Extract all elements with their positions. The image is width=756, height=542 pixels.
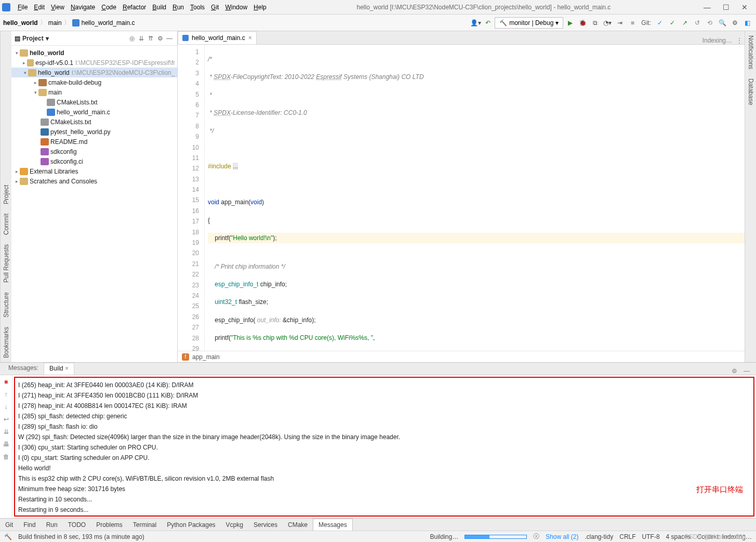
coverage-icon[interactable]: ⧉ (589, 17, 601, 29)
left-tab-pull-requests[interactable]: Pull Requests (2, 242, 11, 285)
tree-item[interactable]: pytest_hello_world.py (50, 128, 110, 136)
menu-refactor[interactable]: Refactor (120, 3, 149, 12)
right-tab-notifications[interactable]: Notifications (746, 33, 755, 71)
tool-tab-run[interactable]: Run (41, 519, 63, 531)
ide-features-icon[interactable]: ◧ (741, 17, 753, 29)
tool-tab-git[interactable]: Git (0, 519, 18, 531)
crumb-file[interactable]: hello_world_main.c (82, 19, 135, 27)
status-crlf[interactable]: CRLF (619, 533, 635, 540)
tool-tab-find[interactable]: Find (18, 519, 41, 531)
tool-tab-problems[interactable]: Problems (91, 519, 128, 531)
editor-breadcrumb[interactable]: f app_main (178, 351, 745, 362)
tree-item[interactable]: main (48, 89, 62, 96)
tree-item[interactable]: README.md (50, 138, 87, 146)
git-rollback-icon[interactable]: ⟲ (704, 17, 715, 29)
settings-tree-icon[interactable]: ⚙ (155, 35, 165, 42)
close-tab-icon[interactable]: × (248, 34, 252, 42)
close-button[interactable]: ✕ (735, 3, 754, 11)
user-icon[interactable]: 👤▾ (470, 17, 481, 29)
status-show-all[interactable]: Show all (2) (546, 533, 578, 540)
select-opened-icon[interactable]: ◎ (127, 35, 137, 42)
crumb-folder[interactable]: main (48, 19, 62, 27)
code-editor[interactable]: 1234567891011121314151617181920212223242… (178, 45, 745, 351)
tool-tab-messages[interactable]: Messages (313, 519, 353, 531)
tree-item[interactable]: cmake-build-debug (48, 79, 101, 86)
tool-tab-terminal[interactable]: Terminal (128, 519, 162, 531)
tool-tab-services[interactable]: Services (248, 519, 283, 531)
menu-run[interactable]: Run (169, 3, 187, 12)
wrap-icon[interactable]: ↩ (4, 416, 9, 423)
git-update-icon[interactable]: ✓ (654, 17, 666, 29)
messages-tab-label[interactable]: Messages: (3, 363, 44, 375)
menu-window[interactable]: Window (222, 3, 250, 12)
run-button[interactable]: ▶ (564, 17, 576, 29)
panel-settings-icon[interactable]: ⚙ (728, 367, 740, 375)
menu-navigate[interactable]: Navigate (68, 3, 98, 12)
path-breadcrumb[interactable]: hello_world〉 main〉 hello_world_main.c (3, 18, 135, 27)
tree-root[interactable]: hello_world (30, 49, 64, 57)
progress-bar (465, 535, 527, 539)
tree-item[interactable]: hello_world_main.c (57, 109, 110, 116)
tree-item[interactable]: CMakeLists.txt (57, 99, 98, 106)
tree-item[interactable]: esp-idf-v5.0.1 (35, 59, 73, 67)
left-tab-project[interactable]: Project (2, 183, 11, 206)
git-commit-icon[interactable]: ✓ (667, 17, 678, 29)
git-history-icon[interactable]: ↺ (692, 17, 703, 29)
minimize-button[interactable]: — (698, 3, 717, 11)
menu-build[interactable]: Build (149, 3, 169, 12)
menu-edit[interactable]: Edit (31, 3, 48, 12)
console-output[interactable]: I (265) heap_init: At 3FFE0440 len 00003… (14, 377, 754, 517)
scroll-end-icon[interactable]: ⇊ (4, 428, 9, 435)
status-clang[interactable]: .clang-tidy (585, 533, 614, 540)
tool-tab-todo[interactable]: TODO (63, 519, 91, 531)
tool-tab-cmake[interactable]: CMake (283, 519, 313, 531)
left-tab-structure[interactable]: Structure (2, 290, 11, 320)
tree-item[interactable]: hello_world (38, 69, 70, 76)
debug-button[interactable]: 🐞 (577, 17, 588, 29)
menu-view[interactable]: View (48, 3, 68, 12)
tool-tab-python-packages[interactable]: Python Packages (162, 519, 220, 531)
editor-tab-label: hello_world_main.c (192, 34, 245, 42)
build-tab[interactable]: Build × (44, 363, 74, 375)
back-arrow-icon[interactable]: ↶ (482, 17, 494, 29)
tree-ext-libs[interactable]: External Libraries (30, 168, 78, 175)
editor-menu-icon[interactable]: ⋮ (736, 37, 745, 44)
project-tree[interactable]: ▾hello_world ▸esp-idf-v5.0.1I:\MCU\ESP32… (11, 46, 177, 362)
stop-button[interactable]: ■ (627, 17, 638, 29)
attach-icon[interactable]: ⇥ (614, 17, 626, 29)
stop-console-icon[interactable]: ■ (4, 378, 8, 386)
collapse-all-icon[interactable]: ⇈ (146, 35, 155, 42)
print-icon[interactable]: 🖶 (3, 441, 9, 448)
menu-code[interactable]: Code (98, 3, 120, 12)
status-encoding[interactable]: UTF-8 (642, 533, 660, 540)
expand-all-icon[interactable]: ⇊ (137, 35, 146, 42)
hide-icon[interactable]: — (165, 35, 174, 42)
settings-icon[interactable]: ⚙ (729, 17, 740, 29)
editor-tab[interactable]: hello_world_main.c × (178, 31, 257, 44)
down-arrow-icon[interactable]: ↓ (5, 403, 8, 411)
tree-item[interactable]: sdkconfig (50, 148, 77, 155)
left-tab-bookmarks[interactable]: Bookmarks (2, 325, 11, 360)
trash-icon[interactable]: 🗑 (3, 453, 9, 460)
git-push-icon[interactable]: ↗ (679, 17, 691, 29)
right-tab-database[interactable]: Database (746, 76, 755, 107)
code-body[interactable]: /* * SPDX-FileCopyrightText: 2010-2022 E… (205, 45, 745, 351)
menu-tools[interactable]: Tools (187, 3, 208, 12)
cancel-build-icon[interactable]: ⓧ (533, 532, 539, 541)
maximize-button[interactable]: ☐ (717, 3, 735, 11)
up-arrow-icon[interactable]: ↑ (5, 391, 8, 398)
search-icon[interactable]: 🔍 (717, 17, 728, 29)
left-tab-commit[interactable]: Commit (2, 211, 11, 237)
tree-item[interactable]: sdkconfig.ci (50, 158, 83, 165)
tree-item[interactable]: CMakeLists.txt (50, 118, 91, 126)
tool-tab-vcpkg[interactable]: Vcpkg (221, 519, 248, 531)
crumb-project[interactable]: hello_world (3, 19, 38, 27)
tree-scratches[interactable]: Scratches and Consoles (30, 178, 97, 185)
run-config-dropdown[interactable]: 🔨 monitor | Debug ▾ (495, 17, 563, 29)
panel-hide-icon[interactable]: — (740, 367, 753, 375)
menu-help[interactable]: Help (250, 3, 270, 12)
project-title[interactable]: ▤ Project ▾ (15, 35, 49, 42)
menu-file[interactable]: File (15, 3, 31, 12)
menu-git[interactable]: Git (208, 3, 222, 12)
profile-icon[interactable]: ◔▾ (602, 17, 613, 29)
